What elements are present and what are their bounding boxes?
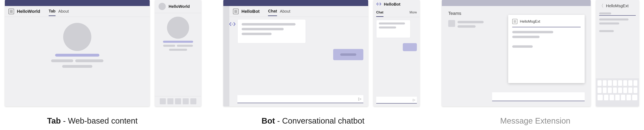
search-placeholder[interactable] [599, 12, 611, 14]
svg-rect-0 [10, 10, 11, 11]
svg-rect-15 [515, 22, 516, 22]
text-placeholder [242, 23, 296, 25]
result-placeholder[interactable] [512, 45, 533, 48]
text-placeholder [51, 59, 73, 62]
text-placeholder [163, 45, 175, 47]
mobile-keyboard[interactable] [596, 78, 639, 106]
tab-chat[interactable]: Chat [268, 9, 277, 16]
incoming-message [376, 20, 410, 38]
chevron-left-icon[interactable]: 〈 [599, 3, 604, 9]
text-placeholder [340, 53, 356, 56]
text-placeholder [75, 59, 104, 62]
avatar-icon [158, 3, 166, 10]
text-placeholder [379, 22, 405, 24]
text-placeholder [458, 21, 484, 23]
msgext-desktop-window: Teams HelloMsgExt [442, 0, 591, 106]
text-placeholder [458, 25, 476, 28]
result-placeholder[interactable] [599, 22, 619, 24]
text-placeholder [242, 33, 272, 35]
title-placeholder [163, 41, 193, 43]
tab-tab[interactable]: Tab [49, 9, 56, 16]
compose-box[interactable]: ▷ [238, 95, 363, 103]
tab-header: HelloWorld Tab About [5, 6, 150, 17]
caption-msgext: Message Extension [500, 116, 570, 126]
tabbar-item[interactable] [190, 98, 196, 104]
tab-about[interactable]: About [58, 9, 69, 16]
svg-rect-6 [234, 12, 236, 13]
results-list [596, 18, 639, 32]
text-placeholder [62, 65, 92, 68]
bot-mobile-window: HelloBot Chat More ▷ [374, 0, 420, 106]
search-underline [599, 15, 636, 16]
svg-rect-4 [234, 10, 236, 11]
text-placeholder [177, 45, 193, 47]
caption-tab: Tab - Web-based content [47, 116, 138, 126]
code-icon [229, 22, 236, 27]
app-name: HelloBot [242, 9, 260, 14]
app-name: HelloWorld [17, 9, 40, 14]
compose-box[interactable] [492, 92, 585, 101]
chat-area: ▷ [374, 17, 420, 106]
mobile-header: 〈 HelloMsgExt [596, 0, 639, 12]
outgoing-message [403, 43, 417, 51]
tabbar-item[interactable] [175, 98, 181, 104]
svg-rect-3 [12, 12, 12, 13]
svg-rect-12 [514, 20, 515, 21]
send-icon[interactable]: ▷ [413, 98, 415, 102]
svg-rect-14 [514, 22, 515, 22]
result-placeholder[interactable] [599, 18, 628, 20]
avatar-placeholder [63, 23, 91, 51]
svg-point-10 [378, 3, 379, 4]
mobile-header: HelloWorld [155, 0, 201, 13]
result-placeholder[interactable] [512, 36, 540, 38]
svg-point-8 [232, 24, 232, 24]
text-placeholder [169, 49, 187, 51]
tabbar-item[interactable] [183, 98, 189, 104]
tab-desktop-window: HelloWorld Tab About [5, 0, 150, 106]
svg-rect-7 [236, 12, 237, 13]
compose-box[interactable]: ▷ [376, 97, 417, 104]
app-grid-icon [8, 9, 14, 14]
app-grid-icon [233, 9, 238, 14]
flyout-title: HelloMsgExt [520, 19, 540, 24]
avatar-placeholder [167, 17, 189, 39]
mobile-content [155, 13, 201, 54]
code-icon [376, 2, 382, 7]
msgext-mobile-window: 〈 HelloMsgExt [596, 0, 639, 106]
incoming-message [238, 19, 306, 43]
tab-more[interactable]: More [410, 11, 417, 17]
svg-point-11 [379, 3, 380, 4]
svg-point-9 [232, 24, 233, 24]
mobile-header: HelloBot [374, 0, 420, 9]
window-titlebar [5, 0, 150, 6]
svg-rect-2 [10, 12, 11, 13]
chat-area: ▷ [223, 17, 368, 106]
result-placeholder[interactable] [599, 30, 614, 32]
bot-header: HelloBot Chat About [223, 6, 368, 17]
team-tile[interactable] [448, 20, 455, 27]
mobile-title: HelloMsgExt [606, 3, 628, 8]
team-info [458, 21, 484, 28]
tabbar-item[interactable] [168, 98, 174, 104]
text-placeholder [242, 28, 284, 30]
text-placeholder [379, 26, 396, 28]
svg-rect-1 [12, 10, 12, 11]
teams-label: Teams [448, 11, 461, 16]
search-underline [512, 27, 581, 27]
tab-chat[interactable]: Chat [376, 11, 384, 17]
window-titlebar [223, 0, 368, 6]
mobile-tabs: Chat More [374, 9, 420, 17]
tabbar-item[interactable] [160, 98, 166, 104]
mobile-title: HelloWorld [168, 4, 190, 9]
caption-bot: Bot - Conversational chatbot [262, 116, 364, 126]
send-icon[interactable]: ▷ [358, 96, 361, 101]
mobile-title: HelloBot [384, 2, 400, 7]
msgext-flyout: HelloMsgExt [508, 15, 585, 83]
svg-rect-5 [236, 10, 237, 11]
bot-desktop-window: HelloBot Chat About ▷ [223, 0, 368, 106]
title-placeholder [55, 54, 100, 57]
tab-about[interactable]: About [280, 9, 290, 16]
result-placeholder[interactable] [512, 31, 553, 33]
outgoing-message [333, 49, 363, 60]
mobile-tabbar [155, 96, 201, 106]
